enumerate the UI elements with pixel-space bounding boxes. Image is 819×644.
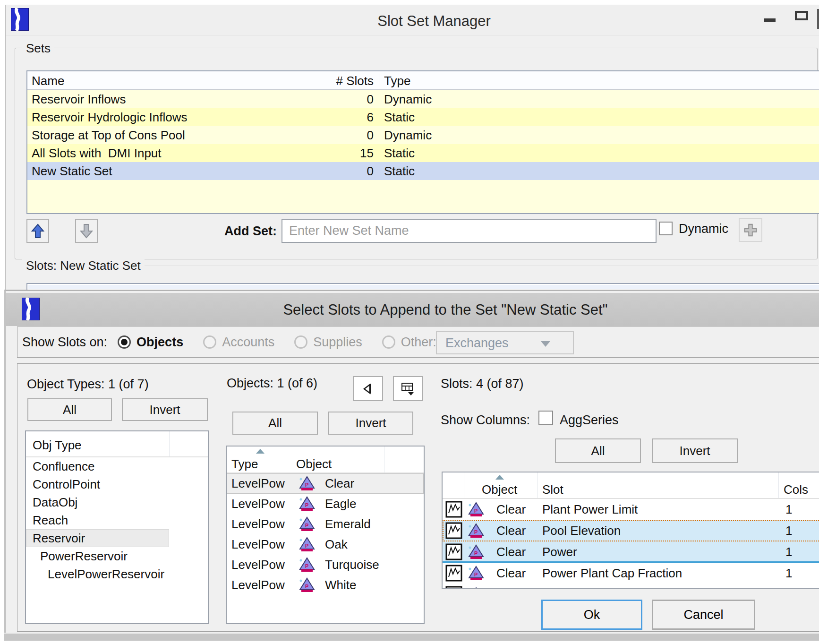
slots-table-header: Object Slot Cols [443,472,819,499]
slots-table: Object Slot Cols [442,472,819,589]
object-types-list: Obj Type Confluence ControlPoint [25,430,209,624]
objects-all-button[interactable]: All [232,412,318,435]
column-header-type[interactable]: Type [384,74,410,88]
object-type-item[interactable]: DataObj [26,493,208,511]
aggseries-checkbox[interactable] [538,411,553,425]
series-slot-icon [445,565,462,582]
column-menu-button[interactable] [393,376,423,401]
object-name-text: White [325,575,356,595]
slot-row[interactable]: P Clear Power Plant Cap Fraction 1 [443,563,819,584]
riverware-logo-icon [11,8,29,31]
slot-name-text: Power [542,541,577,563]
object-types-list-body: Confluence ControlPoint DataObj [26,457,208,583]
object-types-all-button[interactable]: All [27,398,112,421]
close-button-partial[interactable] [817,9,819,29]
object-row[interactable]: LevelPow P Eagle [227,494,424,514]
slots-invert-button[interactable]: Invert [652,438,738,463]
slot-scope-radio[interactable]: Objects [118,335,183,350]
column-divider [464,472,464,498]
svg-text:P: P [305,543,308,549]
arrow-up-icon [31,223,44,239]
object-type-item[interactable]: Confluence [26,457,208,475]
slot-set-manager-window: Slot Set Manager Sets Name # Slots Type … [5,5,819,307]
object-row[interactable]: LevelPow P Clear [227,473,424,494]
column-header-slots[interactable]: # Slots [282,74,374,88]
column-header-name[interactable]: Name [32,74,64,88]
select-slots-dialog: Select Slots to Append to the Set "New S… [4,290,819,639]
radio-icon [118,335,131,349]
collapse-left-button[interactable] [353,376,383,401]
add-set-input[interactable] [282,219,657,243]
maximize-button[interactable] [795,11,808,20]
set-row[interactable]: All Slots with DMI Input 15 Static [27,144,819,162]
column-header-type[interactable]: Type [231,457,258,472]
dialog-titlebar: Select Slots to Append to the Set "New S… [6,293,819,326]
cancel-button[interactable]: Cancel [652,600,755,630]
slots-counter: Slots: 4 (of 87) [441,377,524,391]
radio-label: Objects [136,335,183,350]
slot-scope-radio[interactable]: Other: [382,335,436,350]
object-type-text: LevelPow [231,494,285,514]
object-type-item[interactable]: ControlPoint [26,475,208,493]
set-type: Static [384,162,415,180]
other-scope-dropdown[interactable]: Exchanges [436,331,574,354]
objects-invert-button[interactable]: Invert [328,412,413,435]
set-row[interactable]: New Static Set 0 Static [27,162,819,180]
level-power-reservoir-icon: P [468,523,484,539]
move-set-up-button[interactable] [26,219,49,243]
objects-table-body: LevelPow P Clear LevelPow [227,473,424,595]
slot-row[interactable]: P Clear Plant Power Limit 1 [443,499,819,520]
slot-name-text: Power Plant Cap Fraction [542,563,682,584]
ok-button[interactable]: Ok [541,600,642,630]
dialog-bottom-border [4,633,819,641]
object-row[interactable]: LevelPow P White [227,575,424,595]
object-row[interactable]: LevelPow P Emerald [227,514,424,534]
slot-row[interactable]: P Clear Power 1 [443,541,819,563]
slot-name-text: Pool Elevation [542,520,621,541]
column-header-object[interactable]: Object [296,457,332,472]
set-row[interactable]: Reservoir Hydrologic Inflows 6 Static [27,108,819,126]
slot-row[interactable]: P [443,584,819,589]
slot-row[interactable]: P Clear Pool Elevation 1 [443,520,819,541]
column-header-slot[interactable]: Slot [542,482,563,497]
object-type-item[interactable]: Reach [26,511,208,529]
object-type-item[interactable]: PowerReservoir [26,547,208,565]
slot-name-text: Plant Power Limit [542,499,638,520]
slot-scope-radio[interactable]: Supplies [294,335,362,350]
object-type-label: Confluence [33,459,95,473]
slots-all-button[interactable]: All [555,438,641,463]
set-name: Reservoir Hydrologic Inflows [32,108,296,126]
minimize-button[interactable] [764,18,776,22]
radio-icon [382,335,395,349]
svg-text:P: P [474,508,478,514]
slot-scope-radio[interactable]: Accounts [203,335,274,350]
series-slot-icon [445,522,462,539]
slot-object-text: Clear [496,499,526,520]
object-type-label: ControlPoint [33,477,100,491]
add-set-button[interactable] [739,218,762,242]
set-row[interactable]: Storage at Top of Cons Pool 0 Dynamic [27,126,819,144]
dynamic-checkbox[interactable] [659,222,673,235]
object-type-item[interactable]: LevelPowerReservoir [26,565,208,583]
object-row[interactable]: LevelPow P Turquoise [227,555,424,575]
column-header-objtype[interactable]: Obj Type [33,438,82,453]
column-header-cols[interactable]: Cols [784,482,808,497]
object-type-label: Reservoir [33,531,85,545]
dynamic-checkbox-label: Dynamic [679,222,728,236]
object-row[interactable]: LevelPow P Oak [227,534,424,555]
sets-table: Name # Slots Type Reservoir Inflows 0 Dy… [26,70,819,214]
svg-text:P: P [305,584,308,589]
object-types-invert-button[interactable]: Invert [122,398,208,421]
series-slot-icon [445,586,462,589]
column-divider [294,447,294,472]
move-set-down-button[interactable] [75,219,98,243]
sort-ascending-icon [495,475,504,480]
column-header-object[interactable]: Object [482,482,517,497]
set-row[interactable]: Reservoir Inflows 0 Dynamic [27,90,819,108]
set-slot-count: 0 [282,90,374,108]
level-power-reservoir-icon: P [299,557,315,573]
object-name-text: Emerald [325,514,371,534]
sets-table-header: Name # Slots Type [27,71,819,90]
object-type-item[interactable]: Reservoir [26,529,208,547]
radio-icon [294,335,307,349]
